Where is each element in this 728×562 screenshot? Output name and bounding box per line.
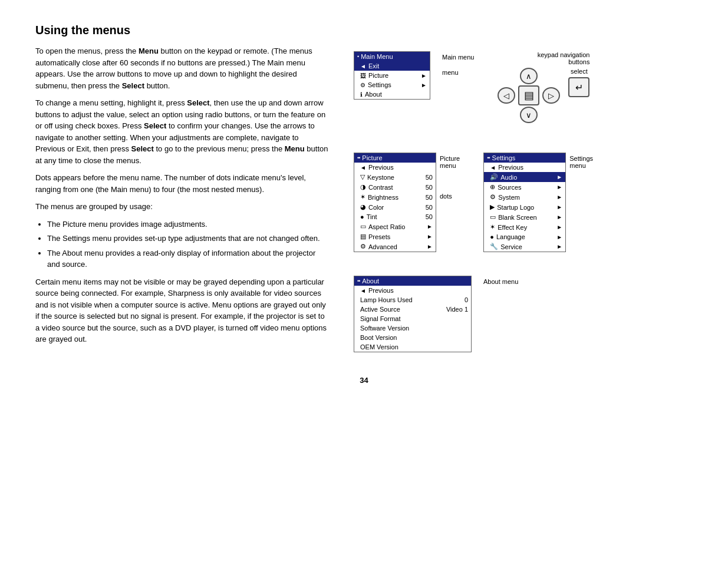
middle-diagram-row: •• Picture ◄ Previous ▽ Keystone: [354, 153, 693, 252]
startup-icon: ▶: [490, 203, 495, 211]
bullet-3: The About menu provides a read-only disp…: [47, 247, 330, 270]
picture-menu-area: •• Picture ◄ Previous ▽ Keystone: [354, 153, 460, 252]
settings-menu-language: ● Language ►: [484, 232, 565, 242]
settings-menu-previous: ◄ Previous: [484, 163, 565, 172]
prev-arrow-icon: ◄: [360, 164, 366, 171]
picture-menu-contrast: ◑ Contrast 50: [354, 182, 436, 192]
keypad-group: ∧ ◁ ▤ ▷ ∨ select ↵: [498, 68, 589, 123]
main-menu-item-exit: ◄ Exit: [354, 61, 430, 71]
bullet-1: The Picture menu provides image adjustme…: [47, 219, 330, 230]
main-menu-box: • Main Menu ◄ Exit 🖼 Picture: [354, 51, 430, 100]
paragraph-4: The menus are grouped by usage:: [35, 201, 330, 213]
up-key: ∧: [520, 68, 538, 84]
about-menu-row: •• About ◄ Previous Lamp Hours Used 0 Ac…: [354, 276, 693, 352]
about-menu-previous: ◄ Previous: [354, 286, 471, 295]
sources-icon: ⊕: [490, 183, 495, 191]
picture-menu-label: Picturemenu: [440, 155, 460, 169]
picture-annotations: Picturemenu dots: [440, 153, 460, 200]
picture-menu-brightness: ✶ Brightness 50: [354, 192, 436, 202]
effect-icon: ✶: [490, 223, 495, 231]
main-menu-header: • Main Menu: [354, 52, 430, 61]
bullet-2: The Settings menu provides set-up type a…: [47, 233, 330, 244]
keypad-area: keypad navigation buttons ∧ ◁ ▤ ▷ ∨: [498, 51, 589, 123]
settings-icon: ⚙: [360, 82, 365, 88]
blank-icon: ▭: [490, 213, 496, 221]
settings-menu-label: Settingsmenu: [569, 155, 593, 169]
select-key: ↵: [568, 77, 589, 97]
settings-menu-startup: ▶ Startup Logo ►: [484, 202, 565, 212]
prev-arrow-icon-3: ◄: [360, 287, 366, 294]
keystone-icon: ▽: [360, 173, 365, 181]
paragraph-1: To open the menus, press the Menu button…: [35, 45, 330, 91]
contrast-icon: ◑: [360, 183, 366, 191]
about-menu-lamp: Lamp Hours Used 0: [354, 295, 471, 305]
settings-menu-service: 🔧 Service ►: [484, 242, 565, 252]
arrow-right-icon: ►: [421, 72, 427, 79]
paragraph-2: To change a menu setting, highlight it, …: [35, 97, 330, 166]
about-menu-source: Active Source Video 1: [354, 305, 471, 314]
text-column: To open the menus, press the Menu button…: [35, 45, 330, 352]
nav-cluster: ∧ ◁ ▤ ▷ ∨: [498, 68, 560, 123]
paragraph-3: Dots appears before the menu name. The n…: [35, 172, 330, 195]
info-icon: ℹ: [360, 91, 363, 98]
main-menu-item-settings: ⚙ Settings ►: [354, 80, 430, 90]
settings-annotations: Settingsmenu: [569, 153, 593, 169]
page-title: Using the menus: [35, 24, 693, 37]
about-menu-header: •• About: [354, 276, 471, 286]
about-menu-signal: Signal Format: [354, 314, 471, 323]
main-menu-title: Main Menu: [361, 53, 393, 60]
picture-menu-advanced: ⚙ Advanced ►: [354, 242, 436, 252]
service-icon: 🔧: [490, 243, 498, 250]
main-menu-annotation: Main menu: [442, 54, 474, 61]
picture-menu-previous: ◄ Previous: [354, 163, 436, 172]
main-menu-annotations: Main menu menu: [442, 51, 474, 76]
diagrams-column: • Main Menu ◄ Exit 🖼 Picture: [354, 45, 693, 352]
presets-icon: ▤: [360, 233, 366, 240]
settings-menu-blank: ▭ Blank Screen ►: [484, 212, 565, 222]
main-menu-item-picture: 🖼 Picture ►: [354, 71, 430, 80]
prev-arrow-icon-2: ◄: [490, 164, 496, 171]
mid-row: ◁ ▤ ▷: [498, 85, 560, 105]
about-menu-software: Software Version: [354, 323, 471, 333]
picture-menu-tint: ● Tint 50: [354, 212, 436, 222]
system-icon: ⚙: [490, 193, 496, 201]
right-key: ▷: [542, 87, 560, 104]
menu-sub-annotation: menu: [442, 69, 474, 76]
left-key: ◁: [498, 87, 515, 104]
dots-label: dots: [440, 193, 460, 200]
picture-menu-presets: ▤ Presets ►: [354, 232, 436, 242]
select-area: select ↵: [568, 68, 589, 97]
picture-menu-box: •• Picture ◄ Previous ▽ Keystone: [354, 153, 436, 252]
settings-menu-header: •• Settings: [484, 153, 565, 163]
select-label: select: [571, 68, 588, 75]
settings-menu-sources: ⊕ Sources ►: [484, 182, 565, 192]
main-menu-item-about: ℹ About: [354, 90, 430, 99]
aspect-icon: ▭: [360, 223, 366, 230]
main-menu-dot: •: [357, 54, 358, 59]
menu-key: ▤: [518, 85, 539, 105]
color-icon: ◕: [360, 203, 366, 211]
advanced-icon: ⚙: [360, 243, 366, 250]
arrow-right-icon-2: ►: [421, 82, 427, 88]
bullet-list: The Picture menu provides image adjustme…: [47, 219, 330, 270]
language-icon: ●: [490, 233, 494, 240]
brightness-icon: ✶: [360, 193, 365, 201]
tint-icon: ●: [360, 213, 364, 220]
about-menu-boot: Boot Version: [354, 333, 471, 342]
keypad-annotation: keypad navigation buttons: [498, 51, 589, 65]
picture-menu-header: •• Picture: [354, 153, 436, 163]
paragraph-last: Certain menu items may not be visible or…: [35, 276, 330, 345]
page-number: 34: [35, 376, 693, 385]
picture-menu-aspect: ▭ Aspect Ratio ►: [354, 222, 436, 232]
main-menu-diagram-row: • Main Menu ◄ Exit 🖼 Picture: [354, 51, 693, 123]
picture-menu-color: ◕ Color 50: [354, 202, 436, 212]
settings-menu-box: •• Settings ◄ Previous 🔊 Audio: [483, 153, 566, 252]
settings-menu-audio: 🔊 Audio ►: [484, 172, 565, 182]
settings-menu-area: •• Settings ◄ Previous 🔊 Audio: [483, 153, 593, 252]
about-annotation: About menu: [483, 276, 518, 285]
audio-icon: 🔊: [490, 173, 498, 181]
down-key: ∨: [520, 107, 538, 123]
back-arrow-icon: ◄: [360, 63, 366, 70]
picture-icon: 🖼: [360, 72, 366, 79]
about-menu-box: •• About ◄ Previous Lamp Hours Used 0 Ac…: [354, 276, 472, 352]
